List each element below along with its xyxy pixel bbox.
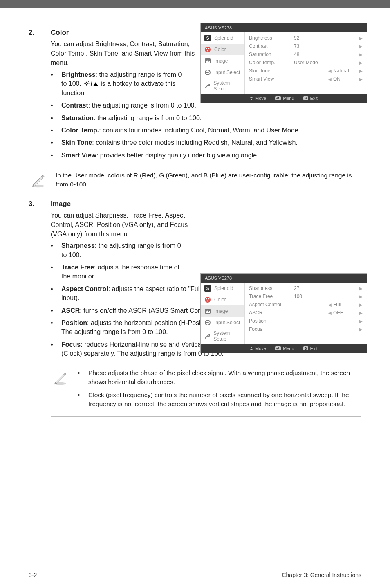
osd-row-tracefree[interactable]: Trace Free100▶: [247, 292, 364, 301]
osd-sidebar: S Splendid Color Image Input Select: [201, 32, 245, 94]
document-page: ASUS VS278 S Splendid Color Image Input …: [0, 8, 390, 588]
osd-sidebar-label: Image: [214, 308, 228, 314]
note-phase-clock: •Phase adjusts the phase of the pixel cl…: [51, 364, 361, 417]
bullet-smartview: •Smart View: provides better display qua…: [51, 151, 361, 160]
slash-separator: /: [90, 80, 92, 89]
enter-key-icon: ↵: [275, 96, 281, 100]
splendid-icon: S: [204, 285, 211, 292]
note-user-mode: In the User mode, colors of R (Red), G (…: [29, 166, 361, 194]
osd-sidebar-color[interactable]: Color: [201, 294, 244, 305]
image-intro: You can adjust Sharpness, Trace Free, As…: [51, 211, 196, 239]
osd-row-position[interactable]: Position▶: [247, 317, 364, 325]
osd-sidebar-label: System Setup: [213, 80, 241, 92]
osd-sidebar-label: Splendid: [214, 35, 233, 41]
palette-icon: [204, 296, 211, 303]
osd-sidebar-image[interactable]: Image: [201, 55, 244, 67]
osd-sidebar-image[interactable]: Image: [201, 305, 244, 317]
bullet-skintone: •Skin Tone: contains three color modes i…: [51, 138, 361, 147]
palette-icon: [204, 46, 211, 53]
note-phase: •Phase adjusts the phase of the pixel cl…: [78, 368, 361, 386]
osd-sidebar-input[interactable]: Input Select: [201, 67, 244, 78]
osd-sidebar-system[interactable]: System Setup: [201, 328, 244, 344]
osd-sidebar-label: Splendid: [214, 285, 233, 291]
osd-sidebar-label: Input Select: [214, 70, 240, 75]
input-icon: [204, 319, 211, 326]
osd-row-ascr[interactable]: ASCR◀OFF▶: [247, 309, 364, 317]
osd-body: S Splendid Color Image Input Select: [201, 283, 367, 344]
osd-image-panel: ASUS VS278 S Splendid Color Image Input …: [200, 273, 367, 353]
svg-line-24: [88, 85, 89, 85]
osd-sidebar-label: Color: [214, 297, 226, 303]
osd-footer: Move ↵Menu SExit: [201, 94, 367, 103]
s-key-icon: S: [303, 346, 308, 350]
pencil-note-icon: [29, 171, 47, 188]
svg-point-3: [206, 48, 207, 49]
up-triangle-icon: [93, 82, 98, 86]
osd-sidebar: S Splendid Color Image Input Select: [201, 283, 245, 344]
osd-sidebar-label: Color: [214, 47, 226, 52]
svg-line-26: [88, 81, 89, 82]
hotkey-icons: /: [84, 80, 98, 89]
osd-body: S Splendid Color Image Input Select: [201, 32, 367, 94]
section-number: 2.: [29, 29, 51, 37]
svg-line-23: [85, 81, 85, 82]
svg-point-5: [207, 50, 208, 52]
svg-point-2: [205, 47, 211, 52]
note-clock: •Clock (pixel frequency) controls the nu…: [78, 391, 361, 408]
osd-sidebar-label: Input Select: [214, 320, 240, 325]
osd-color-panel: ASUS VS278 S Splendid Color Image Input …: [200, 23, 367, 103]
osd-sidebar-label: Image: [214, 58, 228, 64]
section-title: Color: [51, 29, 69, 37]
pencil-note-icon: [51, 368, 69, 386]
osd-row-focus[interactable]: Focus▶: [247, 325, 364, 333]
s-key-icon: S: [303, 96, 308, 100]
osd-footer: Move ↵Menu SExit: [201, 344, 367, 353]
bullet-sharpness: •Sharpness: the adjusting range is from …: [51, 241, 361, 260]
osd-title: ASUS VS278: [201, 23, 367, 32]
osd-content: Sharpness27▶ Trace Free100▶ Aspect Contr…: [245, 283, 367, 344]
page-footer: 3-2 Chapter 3: General Instructions: [29, 568, 361, 578]
wrench-icon: [204, 332, 211, 340]
osd-sidebar-label: System Setup: [213, 330, 241, 342]
image-icon: [204, 57, 211, 65]
osd-row-colortemp[interactable]: Color Temp.User Mode▶: [247, 58, 364, 67]
osd-title: ASUS VS278: [201, 274, 367, 283]
page-number: 3-2: [29, 572, 37, 578]
osd-sidebar-splendid[interactable]: S Splendid: [201, 283, 244, 294]
svg-point-12: [206, 298, 207, 300]
chapter-label: Chapter 3: General Instructions: [282, 572, 361, 578]
svg-text:S: S: [206, 286, 209, 291]
image-icon: [204, 307, 211, 315]
bullet-saturation: •Saturation: the adjusting range is from…: [51, 114, 361, 123]
osd-row-contrast[interactable]: Contrast73▶: [247, 42, 364, 50]
osd-footer-menu: ↵Menu: [275, 96, 294, 101]
splendid-icon: S: [204, 34, 211, 42]
osd-sidebar-color[interactable]: Color: [201, 44, 244, 55]
enter-key-icon: ↵: [275, 346, 281, 350]
osd-row-brightness[interactable]: Brightness92▶: [247, 34, 364, 42]
osd-footer-exit: SExit: [303, 96, 318, 101]
osd-footer-menu: ↵Menu: [275, 346, 294, 351]
osd-sidebar-splendid[interactable]: S Splendid: [201, 32, 244, 44]
osd-row-aspect[interactable]: Aspect Control◀Full▶: [247, 301, 364, 309]
svg-text:S: S: [206, 36, 209, 40]
sun-icon: [84, 80, 90, 89]
osd-row-sharpness[interactable]: Sharpness27▶: [247, 284, 364, 292]
osd-footer-move: Move: [250, 346, 266, 351]
osd-row-skintone[interactable]: Skin Tone◀Natural▶: [247, 67, 364, 75]
svg-point-11: [205, 297, 211, 303]
svg-point-14: [207, 301, 208, 302]
color-intro: You can adjust Brightness, Contrast, Sat…: [51, 39, 196, 68]
osd-content: Brightness92▶ Contrast73▶ Saturation48▶ …: [245, 32, 367, 94]
section-number: 3.: [29, 200, 51, 208]
osd-row-smartview[interactable]: Smart View◀ON▶: [247, 75, 364, 83]
osd-sidebar-system[interactable]: System Setup: [201, 78, 244, 94]
bullet-colortemp: •Color Temp.: contains four modes includ…: [51, 126, 361, 135]
osd-row-saturation[interactable]: Saturation48▶: [247, 50, 364, 58]
section-title: Image: [51, 200, 71, 208]
svg-point-13: [208, 298, 210, 300]
note-text: In the User mode, colors of R (Red), G (…: [56, 171, 361, 189]
osd-footer-move: Move: [250, 96, 266, 101]
osd-sidebar-input[interactable]: Input Select: [201, 317, 244, 328]
osd-footer-exit: SExit: [303, 346, 318, 351]
